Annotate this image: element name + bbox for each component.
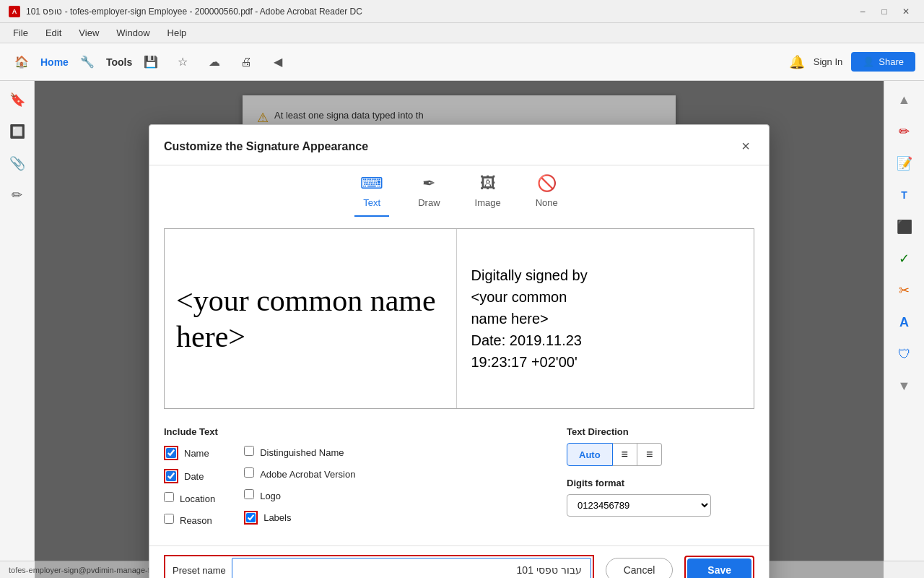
sidebar-icon-layers[interactable]: 🔲	[4, 118, 30, 144]
content-area: 🔖 🔲 📎 ✏ ⚠ At least one signa data typed …	[0, 81, 924, 578]
tab-none[interactable]: 🚫 None	[530, 174, 564, 217]
name-checkbox[interactable]	[166, 448, 176, 458]
share-person-icon: 👤	[863, 56, 874, 67]
draw-tab-icon: ✒	[422, 174, 435, 193]
tab-text[interactable]: ⌨ Text	[354, 174, 389, 217]
tools-button[interactable]: 🔧	[74, 49, 100, 75]
labels-checkbox-label[interactable]: Labels	[263, 512, 291, 523]
print-button[interactable]: 🖨	[233, 49, 259, 75]
cloud-button[interactable]: ☁	[201, 49, 227, 75]
minimize-button[interactable]: –	[853, 4, 872, 19]
menu-file[interactable]: File	[6, 26, 35, 40]
share-button[interactable]: 👤 Share	[851, 52, 915, 72]
logo-checkbox-label[interactable]: Logo	[260, 491, 281, 501]
modal-header: Customize the Signature Appearance ×	[149, 125, 769, 165]
sidebar-icon-sign[interactable]: ✏	[4, 182, 30, 208]
right-tool-7[interactable]: A	[892, 309, 918, 335]
window-controls: – □ ✕	[853, 4, 915, 19]
home-label[interactable]: Home	[40, 56, 69, 68]
signature-preview: <your common name here> Digitally signed…	[164, 228, 754, 409]
preset-label: Preset name	[167, 565, 232, 576]
name-checkbox-wrapper	[164, 446, 178, 460]
adobe-version-label[interactable]: Adobe Acrobat Version	[260, 469, 355, 480]
date-checkbox-label[interactable]: Date	[184, 471, 204, 482]
include-text-section: Include Text Name	[164, 426, 567, 534]
preview-digital-text: Digitally signed by <your common name he…	[471, 264, 588, 373]
labels-checkbox[interactable]	[246, 513, 256, 522]
logo-checkbox[interactable]	[244, 489, 254, 499]
text-tab-icon: ⌨	[360, 174, 383, 193]
menu-edit[interactable]: Edit	[38, 26, 69, 40]
right-scroll-down[interactable]: ▼	[892, 373, 918, 399]
reason-checkbox-label[interactable]: Reason	[180, 515, 212, 526]
toolbar-right: 🔔 Sign In 👤 Share	[789, 52, 915, 72]
direction-buttons: Auto ≡ ≡	[567, 443, 754, 466]
back-button[interactable]: ◀	[265, 49, 291, 75]
location-checkbox[interactable]	[164, 492, 174, 502]
sidebar-icon-clip[interactable]: 📎	[4, 150, 30, 176]
modal-overlay: Customize the Signature Appearance × ⌨ T…	[35, 81, 884, 578]
menu-window[interactable]: Window	[109, 26, 157, 40]
restore-button[interactable]: □	[875, 4, 894, 19]
distinguished-name-checkbox[interactable]	[244, 446, 254, 456]
bookmark-button[interactable]: ☆	[170, 49, 196, 75]
ltr-direction-button[interactable]: ≡	[613, 443, 637, 466]
modal-close-button[interactable]: ×	[737, 137, 754, 156]
right-scroll-up[interactable]: ▲	[892, 87, 918, 113]
right-tool-6[interactable]: ✂	[892, 277, 918, 303]
adobe-version-checkbox[interactable]	[244, 467, 254, 478]
right-tool-1[interactable]: ✏	[892, 118, 918, 144]
checkbox-adobe-row: Adobe Acrobat Version	[244, 467, 355, 480]
notification-bell-icon[interactable]: 🔔	[789, 54, 805, 70]
right-tool-4[interactable]: ⬛	[892, 214, 918, 240]
save-button[interactable]: 💾	[138, 49, 164, 75]
date-checkbox[interactable]	[166, 471, 176, 481]
location-checkbox-label[interactable]: Location	[180, 493, 215, 504]
app-icon: A	[9, 6, 20, 17]
digits-format-select[interactable]: 0123456789 ٠١٢٣٤٥٦٧٨٩	[567, 494, 711, 517]
cancel-button[interactable]: Cancel	[606, 558, 674, 578]
close-window-button[interactable]: ✕	[897, 4, 915, 19]
tab-image[interactable]: 🖼 Image	[469, 174, 507, 217]
right-tool-3[interactable]: T	[892, 182, 918, 208]
preview-digital-area: Digitally signed by <your common name he…	[457, 229, 754, 408]
preview-name-text: <your common name here>	[176, 282, 445, 355]
checkboxes-col2: Distinguished Name Adobe Acrobat Version	[244, 446, 355, 534]
tools-label[interactable]: Tools	[106, 56, 132, 68]
checkbox-date-row: Date	[164, 469, 215, 483]
sidebar-icon-bookmark[interactable]: 🔖	[4, 87, 30, 113]
tab-draw[interactable]: ✒ Draw	[412, 174, 445, 217]
image-tab-icon: 🖼	[480, 174, 496, 193]
checkbox-logo-row: Logo	[244, 489, 355, 502]
date-checkbox-wrapper	[164, 469, 178, 483]
right-options: Text Direction Auto ≡ ≡ Digits format	[567, 426, 754, 534]
save-button[interactable]: Save	[687, 558, 751, 578]
sign-in-label[interactable]: Sign In	[814, 56, 842, 67]
acrobat-window: A 101 טופס - tofes-employer-sign Employe…	[0, 0, 924, 578]
text-direction-section: Text Direction Auto ≡ ≡	[567, 426, 754, 466]
preset-wrapper: Preset name	[164, 555, 594, 578]
pdf-area: ⚠ At least one signa data typed into th …	[35, 81, 884, 578]
modal-title: Customize the Signature Appearance	[164, 140, 368, 153]
menu-view[interactable]: View	[71, 26, 106, 40]
options-area: Include Text Name	[149, 420, 769, 545]
image-tab-label: Image	[475, 197, 501, 208]
checkbox-reason-row: Reason	[164, 514, 215, 527]
reason-checkbox[interactable]	[164, 514, 174, 524]
right-tool-2[interactable]: 📝	[892, 150, 918, 176]
signature-appearance-modal: Customize the Signature Appearance × ⌨ T…	[149, 124, 770, 578]
home-nav-button[interactable]: 🏠	[9, 49, 35, 75]
checkbox-name-row: Name	[164, 446, 215, 460]
menu-bar: File Edit View Window Help	[0, 23, 924, 43]
right-tool-5[interactable]: ✓	[892, 246, 918, 272]
preview-name-area: <your common name here>	[165, 229, 457, 408]
auto-direction-button[interactable]: Auto	[567, 443, 613, 466]
preset-name-input[interactable]	[232, 558, 591, 578]
location-checkbox-plain	[164, 492, 174, 505]
checkbox-distinguished-row: Distinguished Name	[244, 446, 355, 459]
distinguished-name-label[interactable]: Distinguished Name	[260, 447, 344, 458]
rtl-direction-button[interactable]: ≡	[637, 443, 662, 466]
right-tool-shield[interactable]: 🛡	[892, 341, 918, 367]
name-checkbox-label[interactable]: Name	[184, 448, 209, 459]
menu-help[interactable]: Help	[160, 26, 194, 40]
